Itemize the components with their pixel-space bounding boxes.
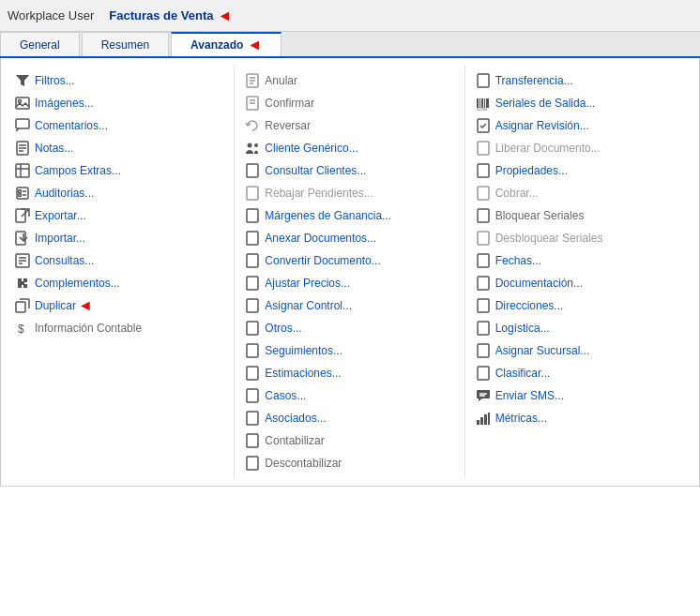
menu-item-informacion-contable: $ Información Contable: [12, 317, 226, 339]
comentarios-link[interactable]: Comentarios...: [35, 119, 108, 132]
menu-item-duplicar[interactable]: Duplicar ◄: [12, 294, 226, 317]
imagenes-link[interactable]: Imágenes...: [35, 97, 94, 110]
menu-item-asociados[interactable]: Asociados...: [242, 407, 456, 429]
menu-item-asignar-revision[interactable]: Asignar Revisión...: [473, 114, 688, 137]
menu-item-filtros[interactable]: Filtros...: [12, 69, 226, 92]
menu-item-margenes-ganancia[interactable]: Márgenes de Ganancia...: [242, 204, 456, 227]
menu-item-enviar-sms[interactable]: Enviar SMS...: [473, 384, 688, 407]
menu-item-ajustar-precios[interactable]: Ajustar Precios...: [242, 272, 456, 294]
menu-item-propiedades[interactable]: Propiedades...: [473, 159, 688, 182]
menu-item-asignar-sucursal[interactable]: Asignar Sucursal...: [473, 339, 688, 362]
svg-rect-60: [478, 187, 489, 200]
asociados-icon: [244, 410, 261, 427]
menu-item-documentacion[interactable]: Documentación...: [473, 272, 688, 294]
dollar-icon: $: [14, 320, 31, 337]
menu-item-cliente-generico[interactable]: Cliente Genérico...: [242, 137, 456, 159]
menu-item-complementos[interactable]: Complementos...: [12, 272, 226, 294]
seriales-salida-link[interactable]: Seriales de Salida...: [495, 97, 596, 110]
menu-item-comentarios[interactable]: Comentarios...: [12, 114, 226, 137]
menu-item-imagenes[interactable]: Imágenes...: [12, 92, 226, 114]
documentacion-link[interactable]: Documentación...: [495, 277, 583, 290]
anexar-documentos-link[interactable]: Anexar Documentos...: [265, 232, 376, 245]
ajustar-precios-link[interactable]: Ajustar Precios...: [265, 277, 350, 290]
auditorias-link[interactable]: Auditorias...: [35, 187, 94, 200]
importar-link[interactable]: Importar...: [35, 232, 85, 245]
transferencia-icon: [475, 72, 492, 89]
tab-general[interactable]: General: [0, 32, 80, 56]
transferencia-link[interactable]: Transferencia...: [495, 74, 573, 87]
asignar-sucursal-link[interactable]: Asignar Sucursal...: [495, 344, 590, 357]
menu-item-convertir-documento[interactable]: Convertir Documento...: [242, 249, 456, 272]
anular-label: Anular: [265, 74, 297, 87]
otros-icon: [244, 320, 261, 337]
consultar-clientes-icon: [244, 162, 261, 179]
main-content: Filtros... Imágenes... Comentarios... No…: [0, 58, 700, 487]
barcode-icon: 32283: [475, 95, 492, 112]
svg-point-34: [248, 143, 252, 148]
tab-avanzado[interactable]: Avanzado ◄: [171, 32, 282, 56]
duplicate-icon: [14, 297, 31, 314]
svg-rect-37: [247, 187, 258, 200]
asociados-link[interactable]: Asociados...: [265, 412, 326, 425]
menu-item-importar[interactable]: Importar...: [12, 227, 226, 249]
top-bar: Workplace User Facturas de Venta ◄: [0, 0, 700, 32]
campos-extras-link[interactable]: Campos Extras...: [35, 164, 121, 177]
fechas-link[interactable]: Fechas...: [495, 254, 541, 267]
chart-icon: [475, 410, 492, 427]
menu-item-contabilizar: Contabilizar: [242, 429, 456, 452]
direcciones-link[interactable]: Direcciones...: [495, 299, 564, 312]
direcciones-icon: [475, 297, 492, 314]
convertir-documento-link[interactable]: Convertir Documento...: [265, 254, 380, 267]
menu-item-notas[interactable]: Notas...: [12, 137, 226, 159]
tab-resumen[interactable]: Resumen: [82, 32, 169, 56]
documentacion-icon: [475, 275, 492, 292]
consultas-link[interactable]: Consultas...: [35, 254, 94, 267]
margenes-ganancia-link[interactable]: Márgenes de Ganancia...: [265, 209, 391, 222]
notas-link[interactable]: Notas...: [35, 142, 73, 155]
metricas-link[interactable]: Métricas...: [495, 412, 547, 425]
menu-item-direcciones[interactable]: Direcciones...: [473, 294, 688, 317]
asignar-control-link[interactable]: Asignar Control...: [265, 299, 352, 312]
cliente-generico-link[interactable]: Cliente Genérico...: [265, 142, 358, 155]
menu-item-metricas[interactable]: Métricas...: [473, 407, 688, 429]
menu-item-logistica[interactable]: Logística...: [473, 317, 688, 339]
svg-rect-17: [16, 209, 25, 222]
enviar-sms-link[interactable]: Enviar SMS...: [495, 389, 564, 402]
column-3: Transferencia... 32283 Seriales de Salid…: [465, 66, 695, 478]
svg-rect-58: [478, 142, 489, 155]
menu-item-casos[interactable]: Casos...: [242, 384, 456, 407]
filtros-link[interactable]: Filtros...: [35, 74, 75, 87]
menu-item-exportar[interactable]: Exportar...: [12, 204, 226, 227]
svg-rect-49: [247, 457, 258, 470]
logistica-link[interactable]: Logística...: [495, 322, 550, 335]
svg-rect-45: [247, 367, 258, 380]
duplicar-link[interactable]: Duplicar: [35, 299, 76, 312]
otros-link[interactable]: Otros...: [265, 322, 301, 335]
menu-item-campos-extras[interactable]: Campos Extras...: [12, 159, 226, 182]
liberar-icon: [475, 140, 492, 157]
consultar-clientes-link[interactable]: Consultar Clientes...: [265, 164, 366, 177]
menu-item-fechas[interactable]: Fechas...: [473, 249, 688, 272]
menu-item-estimaciones[interactable]: Estimaciones...: [242, 362, 456, 384]
casos-link[interactable]: Casos...: [265, 389, 306, 402]
seguimientos-link[interactable]: Seguimientos...: [265, 344, 342, 357]
menu-item-consultar-clientes[interactable]: Consultar Clientes...: [242, 159, 456, 182]
menu-item-transferencia[interactable]: Transferencia...: [473, 69, 688, 92]
asignar-revision-link[interactable]: Asignar Revisión...: [495, 119, 589, 132]
menu-item-otros[interactable]: Otros...: [242, 317, 456, 339]
svg-rect-68: [478, 367, 489, 380]
column-1: Filtros... Imágenes... Comentarios... No…: [5, 66, 235, 478]
menu-item-clasificar[interactable]: Clasificar...: [473, 362, 688, 384]
complementos-link[interactable]: Complementos...: [35, 277, 120, 290]
menu-item-anexar-documentos[interactable]: Anexar Documentos...: [242, 227, 456, 249]
menu-item-seguimientos[interactable]: Seguimientos...: [242, 339, 456, 362]
exportar-link[interactable]: Exportar...: [35, 209, 86, 222]
estimaciones-link[interactable]: Estimaciones...: [265, 367, 341, 380]
clasificar-link[interactable]: Clasificar...: [495, 367, 551, 380]
svg-rect-50: [478, 74, 489, 87]
menu-item-auditorias[interactable]: Auditorias...: [12, 182, 226, 204]
menu-item-asignar-control[interactable]: Asignar Control...: [242, 294, 456, 317]
menu-item-consultas[interactable]: Consultas...: [12, 249, 226, 272]
propiedades-link[interactable]: Propiedades...: [495, 164, 568, 177]
menu-item-seriales-salida[interactable]: 32283 Seriales de Salida...: [473, 92, 688, 114]
